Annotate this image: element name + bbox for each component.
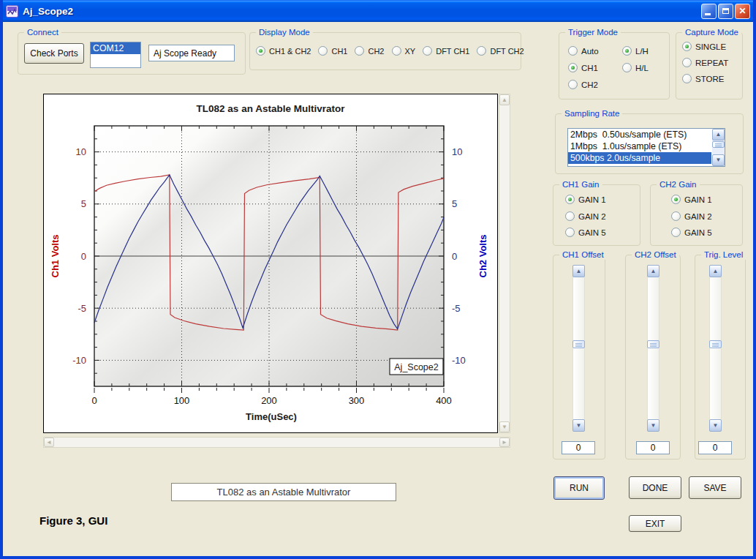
scroll-up-button[interactable]: ▲ xyxy=(712,129,725,140)
list-item[interactable]: COM12 xyxy=(91,42,140,54)
slider-up-button[interactable]: ▲ xyxy=(647,265,659,277)
scroll-left-button[interactable]: ◄ xyxy=(44,438,54,447)
svg-text:100: 100 xyxy=(174,395,190,406)
slider-down-button[interactable]: ▼ xyxy=(647,419,659,432)
capture-mode-group: Capture Mode SINGLE REPEAT STORE xyxy=(676,32,743,100)
slider-thumb[interactable] xyxy=(572,340,585,348)
radio-ch1-gain5[interactable]: GAIN 5 xyxy=(565,228,606,237)
exit-button[interactable]: EXIT xyxy=(629,515,681,532)
plot-ylabel-ch2: Ch2 Volts xyxy=(477,227,489,285)
minimize-icon xyxy=(705,13,711,15)
ch2-gain-label: CH2 Gain xyxy=(657,179,700,190)
radio-ch1ch2[interactable]: CH1 & CH2 xyxy=(256,46,311,56)
slider-value-field[interactable]: 0 xyxy=(562,441,595,454)
run-button[interactable]: RUN xyxy=(553,476,605,500)
radio-icon xyxy=(682,74,692,83)
done-button[interactable]: DONE xyxy=(629,476,681,499)
radio-trigger-ch2[interactable]: CH2 xyxy=(568,80,598,89)
close-button[interactable]: ✕ xyxy=(735,4,750,19)
radio-ch2-gain5[interactable]: GAIN 5 xyxy=(671,228,712,237)
list-item[interactable]: 1Mbps 1.0us/sample (ETS) xyxy=(568,140,711,152)
radio-capture-repeat[interactable]: REPEAT xyxy=(682,58,728,67)
scroll-right-button[interactable]: ► xyxy=(499,438,510,447)
slider-up-button[interactable]: ▲ xyxy=(572,265,585,277)
plot-xlabel: Time(uSec) xyxy=(198,411,344,422)
radio-icon xyxy=(256,46,265,56)
slider-track[interactable] xyxy=(647,265,659,432)
radio-icon xyxy=(355,46,364,56)
radio-icon xyxy=(671,228,681,237)
maximize-button[interactable] xyxy=(718,4,733,19)
svg-text:-10: -10 xyxy=(452,355,466,366)
display-mode-label: Display Mode xyxy=(256,27,313,37)
radio-ch1[interactable]: CH1 xyxy=(318,46,347,56)
sampling-rate-list[interactable]: 2Mbps 0.50us/sample (ETS) 1Mbps 1.0us/sa… xyxy=(567,128,725,167)
slider-value-field[interactable]: 0 xyxy=(636,441,670,454)
radio-xy[interactable]: XY xyxy=(392,46,416,56)
list-item[interactable]: 2Mbps 0.50us/sample (ETS) xyxy=(568,129,711,140)
chevron-left-icon: ◄ xyxy=(46,439,52,446)
trig-level-label: Trig. Level xyxy=(701,250,746,260)
radio-icon xyxy=(423,46,432,56)
radio-dft-ch2[interactable]: DFT CH2 xyxy=(477,46,523,56)
radio-icon xyxy=(682,42,692,51)
radio-icon xyxy=(671,211,681,221)
radio-icon xyxy=(671,195,681,204)
list-item[interactable]: 500kbps 2.0us/sample xyxy=(568,152,711,164)
scroll-thumb[interactable] xyxy=(712,141,725,148)
chevron-up-icon: ▲ xyxy=(713,269,719,274)
slider-thumb[interactable] xyxy=(647,340,659,348)
app-window: Aj_Scope2 ✕ Connect Check Ports COM12 Aj… xyxy=(0,0,756,559)
radio-ch2[interactable]: CH2 xyxy=(355,46,384,56)
radio-ch1-gain1[interactable]: GAIN 1 xyxy=(565,195,606,204)
radio-ch2-gain2[interactable]: GAIN 2 xyxy=(671,211,712,221)
svg-text:-5: -5 xyxy=(452,303,461,314)
svg-text:0: 0 xyxy=(452,251,457,262)
status-field[interactable]: Aj Scope Ready xyxy=(148,45,235,61)
save-button[interactable]: SAVE xyxy=(689,476,741,499)
radio-icon xyxy=(565,228,575,237)
radio-capture-single[interactable]: SINGLE xyxy=(682,42,726,51)
scroll-down-button[interactable]: ▼ xyxy=(499,421,510,432)
trigger-mode-label: Trigger Mode xyxy=(565,27,621,37)
plot-horizontal-scrollbar[interactable]: ◄ ► xyxy=(43,437,510,448)
chevron-down-icon: ▼ xyxy=(576,423,582,429)
com-port-list[interactable]: COM12 xyxy=(90,42,141,68)
capture-mode-label: Capture Mode xyxy=(682,27,741,37)
scroll-down-button[interactable]: ▼ xyxy=(712,154,725,166)
svg-text:10: 10 xyxy=(452,146,462,157)
minimize-button[interactable] xyxy=(701,4,717,19)
slider-down-button[interactable]: ▼ xyxy=(709,419,722,432)
ch2-offset-label: CH2 Offset xyxy=(632,250,679,260)
scroll-up-button[interactable]: ▲ xyxy=(499,94,510,105)
chevron-up-icon: ▲ xyxy=(502,97,507,103)
chevron-down-icon: ▼ xyxy=(502,424,507,430)
svg-text:10: 10 xyxy=(76,146,86,157)
app-icon xyxy=(6,5,18,18)
slider-track[interactable] xyxy=(572,265,585,432)
slider-down-button[interactable]: ▼ xyxy=(572,419,585,432)
chevron-up-icon: ▲ xyxy=(651,269,657,274)
radio-trigger-auto[interactable]: Auto xyxy=(568,46,599,56)
radio-icon xyxy=(568,63,578,72)
svg-text:-5: -5 xyxy=(78,303,86,314)
check-ports-button[interactable]: Check Ports xyxy=(24,43,84,64)
radio-icon xyxy=(392,46,401,56)
radio-ch2-gain1[interactable]: GAIN 1 xyxy=(671,195,712,204)
radio-capture-store[interactable]: STORE xyxy=(682,74,724,83)
radio-trigger-lh[interactable]: L/H xyxy=(622,46,649,56)
slider-thumb[interactable] xyxy=(709,340,722,348)
radio-trigger-ch1[interactable]: CH1 xyxy=(568,63,598,72)
radio-trigger-hl[interactable]: H/L xyxy=(622,63,649,72)
sampling-rate-group: Sampling Rate 2Mbps 0.50us/sample (ETS) … xyxy=(555,113,744,174)
slider-value-field[interactable]: 0 xyxy=(698,441,732,454)
plot-vertical-scrollbar[interactable]: ▲ ▼ xyxy=(499,94,510,433)
plot-caption-field[interactable]: TL082 as an Astable Multivrator xyxy=(171,483,396,501)
radio-icon xyxy=(682,58,692,67)
slider-track[interactable] xyxy=(709,265,722,432)
radio-dft-ch1[interactable]: DFT CH1 xyxy=(423,46,469,56)
chevron-down-icon: ▼ xyxy=(716,157,722,163)
slider-up-button[interactable]: ▲ xyxy=(709,265,722,277)
plot-ylabel-ch1: Ch1 Volts xyxy=(50,227,61,285)
radio-ch1-gain2[interactable]: GAIN 2 xyxy=(565,211,606,221)
